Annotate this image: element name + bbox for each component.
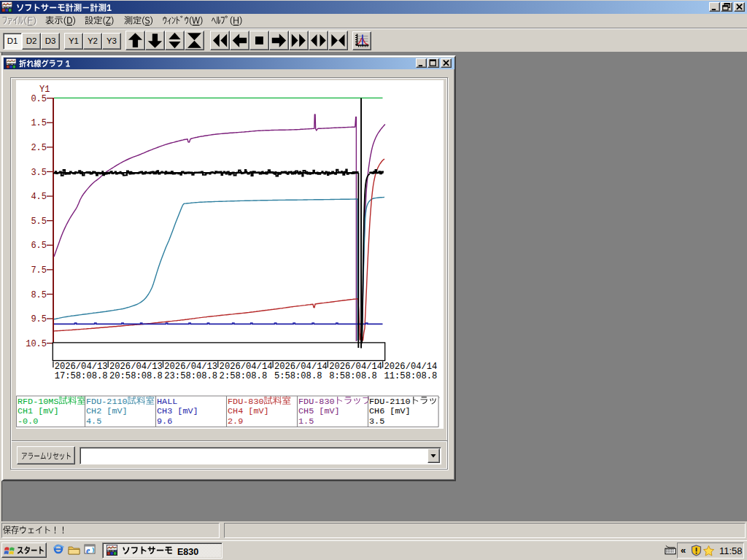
svg-text:2.5: 2.5 <box>31 143 47 153</box>
svg-text:2026/04/13: 2026/04/13 <box>109 362 163 372</box>
svg-text:2026/04/14: 2026/04/14 <box>329 362 382 372</box>
svg-text:8:58:08.8: 8:58:08.8 <box>329 371 377 381</box>
svg-text:CH4 [mV]: CH4 [mV] <box>228 406 269 416</box>
svg-text:2026/04/14: 2026/04/14 <box>219 362 272 372</box>
svg-text:5:58:08.8: 5:58:08.8 <box>274 371 322 381</box>
svg-text:2.9: 2.9 <box>228 416 243 427</box>
svg-text:2026/04/14: 2026/04/14 <box>274 362 327 372</box>
svg-text:e: e <box>86 545 90 556</box>
svg-text:7.5: 7.5 <box>31 265 47 276</box>
svg-text:17:58:08.8: 17:58:08.8 <box>54 371 107 381</box>
svg-text:1.5: 1.5 <box>298 416 314 427</box>
svg-text:FDU-830: FDU-830 <box>228 397 264 407</box>
svg-text:CH3 [mV]: CH3 [mV] <box>157 406 198 416</box>
svg-text:CH6 [mV]: CH6 [mV] <box>369 406 411 416</box>
svg-text:CH2 [mV]: CH2 [mV] <box>86 406 128 416</box>
svg-text:3.5: 3.5 <box>31 168 47 178</box>
svg-text:4.5: 4.5 <box>86 416 101 427</box>
svg-text:FDU-2110: FDU-2110 <box>86 397 128 407</box>
svg-text:2026/04/13: 2026/04/13 <box>54 362 107 372</box>
svg-text:10.5: 10.5 <box>26 339 47 349</box>
svg-text:FDU-2110: FDU-2110 <box>369 397 411 407</box>
svg-text:2026/04/13: 2026/04/13 <box>164 362 217 372</box>
svg-text:CH1 [mV]: CH1 [mV] <box>17 406 58 416</box>
svg-text:8.5: 8.5 <box>31 290 47 300</box>
svg-text:RFD-10MS: RFD-10MS <box>17 397 58 407</box>
svg-text:11:58:08.8: 11:58:08.8 <box>384 371 437 381</box>
svg-text:FDU-830: FDU-830 <box>298 397 335 407</box>
svg-text:2026/04/14: 2026/04/14 <box>384 362 437 372</box>
svg-text:6.5: 6.5 <box>31 241 47 251</box>
svg-text:23:58:08.8: 23:58:08.8 <box>164 371 217 381</box>
svg-text:3.5: 3.5 <box>369 416 384 427</box>
svg-text:5.5: 5.5 <box>31 217 47 227</box>
svg-text:-0.0: -0.0 <box>17 416 37 427</box>
svg-text:1.5: 1.5 <box>31 118 47 128</box>
svg-text:HALL: HALL <box>157 397 177 407</box>
svg-text:9.5: 9.5 <box>31 314 47 324</box>
svg-text:20:58:08.8: 20:58:08.8 <box>109 371 163 381</box>
svg-text:CH5 [mV]: CH5 [mV] <box>298 406 340 416</box>
svg-text:4.5: 4.5 <box>31 192 47 202</box>
svg-text:2:58:08.8: 2:58:08.8 <box>219 371 267 381</box>
svg-text:9.6: 9.6 <box>157 416 172 427</box>
svg-text:0.5: 0.5 <box>31 94 47 104</box>
